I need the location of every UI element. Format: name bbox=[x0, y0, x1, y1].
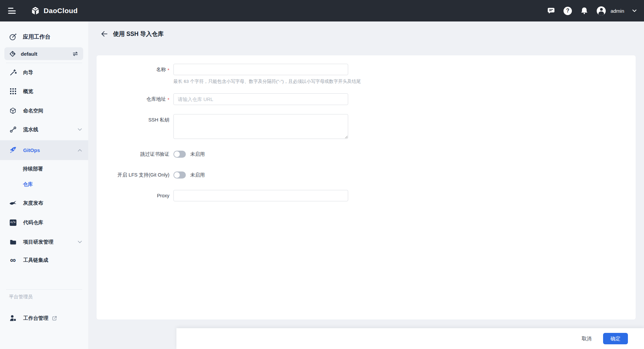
app-root: DaoCloud ? admin bbox=[0, 0, 644, 349]
menu-icon[interactable] bbox=[8, 8, 16, 14]
switch-workspace-icon[interactable] bbox=[72, 51, 78, 57]
code-repo-icon: </> bbox=[9, 219, 17, 227]
chevron-down-icon bbox=[78, 128, 82, 131]
lfs-state: 未启用 bbox=[190, 172, 205, 178]
sidebar-item-namespace[interactable]: 命名空间 bbox=[0, 101, 88, 120]
sidebar-header-workbench[interactable]: 应用工作台 bbox=[0, 28, 88, 46]
brand[interactable]: DaoCloud bbox=[31, 6, 78, 15]
back-arrow-icon[interactable] bbox=[100, 30, 108, 38]
chevron-down-icon bbox=[78, 241, 82, 243]
sidebar-item-wizard[interactable]: 向导 bbox=[0, 63, 88, 82]
sidebar-item-toolchain[interactable]: ∞ 工具链集成 bbox=[0, 251, 88, 269]
sidebar-header-label: 应用工作台 bbox=[23, 33, 51, 41]
username[interactable]: admin bbox=[610, 8, 624, 14]
import-repo-form: 名称* 最长 63 个字符，只能包含小写字母、数字及分隔符("-")，且必须以小… bbox=[97, 55, 636, 201]
daocloud-logo-icon bbox=[31, 6, 40, 15]
skip-cert-label: 跳过证书验证 bbox=[97, 149, 173, 159]
workspace-selector[interactable]: default bbox=[4, 47, 83, 60]
sidebar-item-label: GitOps bbox=[23, 147, 40, 153]
sidebar-item-code-repo[interactable]: </> 代码仓库 bbox=[0, 213, 88, 232]
help-icon[interactable]: ? bbox=[564, 7, 572, 15]
sidebar-item-gray-release[interactable]: 灰度发布 bbox=[0, 194, 88, 212]
skip-cert-state: 未启用 bbox=[190, 151, 205, 157]
admin-workbench-icon bbox=[9, 314, 17, 322]
skip-cert-toggle[interactable] bbox=[173, 151, 186, 158]
ssh-key-label: SSH 私钥 bbox=[97, 114, 173, 126]
sidebar-item-label: 工具链集成 bbox=[23, 257, 48, 263]
repo-url-label: 仓库地址* bbox=[97, 93, 173, 105]
brand-name: DaoCloud bbox=[44, 7, 78, 15]
repo-url-row: 仓库地址* bbox=[97, 93, 636, 105]
page-title: 使用 SSH 导入仓库 bbox=[113, 30, 164, 38]
repo-url-input[interactable] bbox=[173, 93, 348, 105]
bird-icon bbox=[9, 199, 17, 207]
sidebar-item-label: 仓库 bbox=[23, 181, 33, 188]
main-content: 使用 SSH 导入仓库 名称* 最长 63 个字符，只能包含小写字母、数字及分隔… bbox=[88, 21, 644, 349]
name-row: 名称* bbox=[97, 64, 636, 75]
sidebar-item-label: 流水线 bbox=[23, 127, 38, 133]
sidebar-item-pipeline[interactable]: 流水线 bbox=[0, 120, 88, 139]
cancel-button[interactable]: 取消 bbox=[582, 336, 592, 342]
folder-icon bbox=[9, 238, 17, 246]
message-icon[interactable] bbox=[547, 6, 555, 15]
name-label: 名称* bbox=[97, 64, 173, 75]
proxy-label: Proxy bbox=[97, 190, 173, 201]
rocket-icon bbox=[9, 146, 17, 154]
sidebar-item-label: 灰度发布 bbox=[23, 200, 43, 206]
confirm-button[interactable]: 确定 bbox=[603, 333, 628, 344]
sidebar-item-project-mgmt[interactable]: 项目研发管理 bbox=[0, 233, 88, 251]
sidebar-item-label: 项目研发管理 bbox=[23, 239, 53, 245]
sidebar-item-repository[interactable]: 仓库 bbox=[0, 177, 88, 192]
wand-icon bbox=[9, 69, 17, 77]
sidebar-item-gitops[interactable]: GitOps bbox=[0, 140, 88, 160]
code-glyph: </> bbox=[10, 221, 15, 224]
required-mark: * bbox=[168, 67, 169, 73]
infinity-glyph: ∞ bbox=[10, 257, 16, 263]
form-card: 名称* 最长 63 个字符，只能包含小写字母、数字及分隔符("-")，且必须以小… bbox=[97, 55, 636, 319]
namespace-cube-icon bbox=[9, 107, 17, 115]
required-mark: * bbox=[168, 97, 169, 102]
sidebar: 应用工作台 default bbox=[0, 21, 88, 349]
lfs-label: 开启 LFS 支持(Git Only) bbox=[97, 170, 173, 180]
workspace-icon bbox=[9, 50, 16, 57]
topbar-right: ? admin bbox=[547, 6, 644, 15]
lfs-row: 开启 LFS 支持(Git Only) 未启用 bbox=[97, 170, 636, 180]
bell-icon[interactable] bbox=[580, 6, 589, 15]
sidebar-divider bbox=[6, 289, 82, 290]
proxy-row: Proxy bbox=[97, 190, 636, 201]
external-link-icon bbox=[52, 315, 57, 321]
infinity-icon: ∞ bbox=[9, 256, 17, 264]
chevron-down-icon[interactable] bbox=[632, 9, 637, 12]
sidebar-item-continuous-deploy[interactable]: 持续部署 bbox=[0, 161, 88, 177]
name-helper-text: 最长 63 个字符，只能包含小写字母、数字及分隔符("-")，且必须以小写字母或… bbox=[173, 79, 636, 85]
workbench-icon bbox=[9, 33, 17, 41]
proxy-input[interactable] bbox=[173, 190, 348, 201]
workspace-name: default bbox=[21, 51, 37, 57]
chevron-up-icon bbox=[78, 149, 82, 152]
avatar[interactable] bbox=[597, 6, 606, 15]
sidebar-item-label: 概览 bbox=[23, 88, 33, 95]
help-glyph: ? bbox=[566, 8, 570, 14]
sidebar-item-label: 工作台管理 bbox=[23, 315, 48, 321]
sidebar-item-workbench-mgmt[interactable]: 工作台管理 bbox=[0, 309, 88, 328]
name-input[interactable] bbox=[173, 64, 348, 75]
action-footer: 取消 确定 bbox=[176, 328, 644, 349]
sidebar-item-label: 持续部署 bbox=[23, 166, 43, 172]
page-header: 使用 SSH 导入仓库 bbox=[88, 21, 164, 46]
sidebar-item-label: 向导 bbox=[23, 69, 33, 76]
sidebar-item-overview[interactable]: 概览 bbox=[0, 82, 88, 101]
sidebar-item-label: 代码仓库 bbox=[23, 219, 43, 226]
ssh-key-textarea[interactable] bbox=[173, 114, 348, 139]
skip-cert-row: 跳过证书验证 未启用 bbox=[97, 149, 636, 159]
pipeline-icon bbox=[9, 126, 17, 134]
ssh-key-row: SSH 私钥 bbox=[97, 114, 636, 139]
topbar: DaoCloud ? admin bbox=[0, 0, 644, 21]
sidebar-section-label: 平台管理员 bbox=[9, 294, 33, 300]
sidebar-item-label: 命名空间 bbox=[23, 108, 43, 114]
grid-icon bbox=[9, 88, 17, 95]
lfs-toggle[interactable] bbox=[173, 171, 186, 179]
